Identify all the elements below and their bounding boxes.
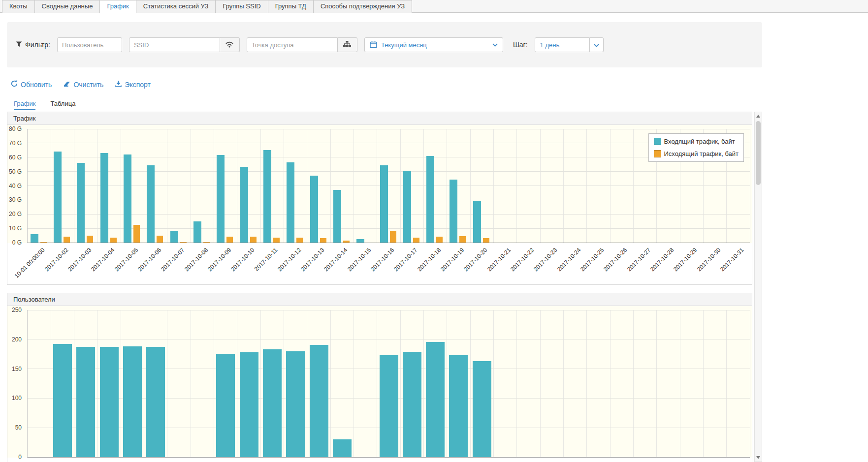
bar-series1	[333, 439, 352, 457]
bar-series2	[436, 237, 443, 243]
y-axis-tick-label: 100	[12, 395, 22, 401]
tab-svodnye-dannye[interactable]: Сводные данные	[34, 0, 100, 13]
gridline-horizontal	[28, 157, 750, 157]
gridline-vertical	[121, 310, 121, 457]
y-axis-tick-label: 50 G	[9, 168, 22, 175]
gridline-vertical	[284, 310, 284, 457]
export-label: Экспорт	[125, 81, 151, 89]
user-filter-input[interactable]	[57, 37, 122, 52]
x-axis-tick-label: 2017-10-21	[486, 246, 512, 273]
step-label: Шаг:	[513, 41, 528, 49]
gridline-vertical	[540, 310, 541, 457]
gridline-vertical	[260, 310, 261, 457]
x-axis-tick-label: 2017-10-28	[649, 246, 675, 273]
traffic-panel: Трафик 0 G10 G20 G30 G40 G50 G60 G70 G80…	[7, 112, 752, 285]
x-axis-tick-label: 2017-10-10	[229, 246, 256, 273]
gridline-vertical	[563, 310, 564, 457]
scroll-down-icon	[756, 456, 760, 459]
users-plot	[27, 310, 750, 458]
bar-series2	[413, 238, 419, 243]
y-axis-tick-label: 80 G	[9, 125, 22, 132]
tab-gruppy-td[interactable]: Группы ТД	[268, 0, 314, 13]
vertical-scrollbar[interactable]	[754, 112, 762, 462]
tab-statistika-sessiy[interactable]: Статистика сессий УЗ	[136, 0, 216, 13]
bar-series1	[217, 155, 225, 243]
bar-series1	[193, 221, 201, 243]
y-axis-tick-label: 70 G	[9, 140, 22, 147]
scroll-up-button[interactable]	[755, 112, 762, 120]
step-value: 1 день	[540, 41, 560, 49]
x-axis-tick-label: 2017-10-13	[299, 246, 325, 273]
tab-gruppy-ssid[interactable]: Группы SSID	[215, 0, 268, 13]
wifi-icon	[225, 41, 234, 49]
bar-series2	[133, 225, 140, 243]
scroll-down-button[interactable]	[755, 454, 762, 462]
subtab-table[interactable]: Таблица	[50, 100, 75, 110]
bar-series1	[240, 352, 258, 457]
bar-series2	[459, 236, 466, 243]
filter-label-text: Фильтр:	[25, 41, 50, 49]
x-axis-tick-label: 2017-10-05	[113, 246, 139, 273]
period-select[interactable]: Текущий месяц	[364, 37, 503, 52]
bar-series1	[263, 150, 271, 243]
subtab-chart[interactable]: График	[14, 100, 35, 110]
clear-label: Очистить	[73, 81, 103, 89]
filter-funnel-icon	[16, 41, 22, 49]
gridline-vertical	[447, 310, 447, 457]
gridline-vertical	[307, 310, 307, 457]
x-axis-tick-label: 2017-10-15	[346, 246, 372, 273]
users-panel: Пользователи 050100150200250 10-01 00:00…	[7, 293, 752, 462]
bar-series2	[226, 237, 233, 243]
tab-kvoty[interactable]: Квоты	[2, 0, 35, 13]
gridline-vertical	[586, 310, 587, 457]
x-axis-tick-label: 2017-10-29	[672, 246, 698, 273]
bar-series1	[287, 162, 294, 243]
gridline-vertical	[750, 310, 750, 457]
y-axis-tick-label: 200	[12, 336, 22, 343]
access-point-filter-input[interactable]	[247, 37, 338, 52]
bar-series1	[76, 347, 95, 457]
step-dropdown-button[interactable]	[590, 37, 604, 52]
gridline-horizontal	[28, 214, 750, 215]
traffic-chart: 0 G10 G20 G30 G40 G50 G60 G70 G80 G Вход…	[7, 125, 752, 284]
bar-series1	[170, 231, 178, 243]
bar-series2	[87, 236, 93, 243]
clear-button[interactable]: Очистить	[64, 80, 103, 89]
gridline-vertical	[167, 310, 167, 457]
gridline-vertical	[237, 310, 237, 457]
bar-series1	[380, 165, 388, 243]
y-axis-tick-label: 20 G	[9, 211, 22, 217]
gridline-vertical	[493, 310, 494, 457]
legend-swatch-incoming	[654, 138, 661, 145]
access-point-picker-button[interactable]	[338, 37, 357, 52]
legend-item-outgoing[interactable]: Исходящий трафик, байт	[654, 150, 739, 157]
bar-series1	[449, 355, 468, 457]
y-axis-tick-label: 60 G	[9, 154, 22, 161]
x-axis-tick-label: 2017-10-31	[719, 246, 745, 273]
bar-series2	[483, 238, 489, 243]
gridline-vertical	[633, 310, 634, 457]
bar-series1	[54, 152, 62, 243]
users-panel-title: Пользователи	[7, 293, 752, 306]
export-button[interactable]: Экспорт	[115, 80, 151, 89]
bar-series1	[100, 153, 108, 243]
step-select[interactable]: 1 день	[535, 37, 590, 52]
gridline-horizontal	[28, 129, 750, 129]
users-y-axis: 050100150200250	[7, 310, 24, 458]
gridline-horizontal	[28, 185, 750, 186]
y-axis-tick-label: 40 G	[9, 183, 22, 189]
legend-item-incoming[interactable]: Входящий трафик, байт	[654, 138, 739, 145]
ssid-picker-button[interactable]	[220, 37, 240, 52]
step-select-group: 1 день	[535, 37, 604, 52]
gridline-vertical	[144, 310, 144, 457]
tab-grafik[interactable]: График	[99, 0, 136, 13]
scrollbar-thumb[interactable]	[756, 121, 761, 185]
ssid-filter-input[interactable]	[129, 37, 220, 52]
x-axis-tick-label: 2017-10-17	[392, 246, 418, 273]
x-axis-tick-label: 2017-10-26	[602, 246, 628, 273]
bar-series2	[390, 231, 396, 243]
x-axis-tick-label: 2017-10-08	[183, 246, 209, 273]
y-axis-tick-label: 250	[12, 307, 22, 313]
tab-sposoby-podtverzhdeniya[interactable]: Способы подтверждения УЗ	[313, 0, 412, 13]
refresh-button[interactable]: Обновить	[11, 80, 52, 89]
